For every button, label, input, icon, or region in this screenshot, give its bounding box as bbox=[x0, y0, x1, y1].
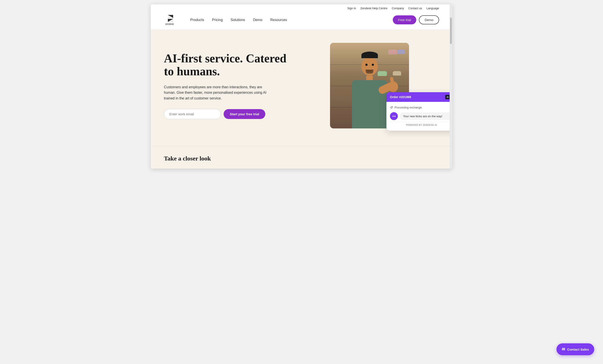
nav-ctas: Free trial Demo bbox=[393, 15, 439, 24]
person-hair bbox=[361, 52, 378, 58]
hero-form: Start your free trial bbox=[164, 109, 287, 119]
eye-left bbox=[365, 64, 368, 66]
nav-resources[interactable]: Resources bbox=[270, 18, 287, 22]
shoe-decoration-3 bbox=[393, 71, 401, 76]
utility-nav-language[interactable]: Language bbox=[426, 7, 439, 10]
utility-nav-signin[interactable]: Sign in bbox=[347, 7, 356, 10]
zendesk-logo-svg: zendesk bbox=[164, 14, 177, 26]
shoe-decoration-1 bbox=[388, 50, 397, 54]
utility-nav-contact[interactable]: Contact us bbox=[408, 7, 422, 10]
ai-label: AI bbox=[447, 96, 449, 98]
mail-icon: ✉ bbox=[562, 347, 565, 352]
main-nav: zendesk Products Pricing Solutions Demo … bbox=[151, 12, 452, 30]
chat-message-row: Your new kicks are on the way! bbox=[390, 112, 452, 120]
utility-nav: Sign in Zendesk Help Centre Company Cont… bbox=[151, 4, 452, 12]
utility-nav-company[interactable]: Company bbox=[392, 7, 404, 10]
processing-indicator: ↺ Processing exchange bbox=[390, 105, 452, 110]
chat-avatar bbox=[390, 112, 398, 120]
utility-nav-help[interactable]: Zendesk Help Centre bbox=[360, 7, 387, 10]
person-figure bbox=[352, 52, 387, 129]
bottom-teaser-section: Take a closer look bbox=[151, 146, 452, 169]
hero-subtitle: Customers and employees are more than in… bbox=[164, 84, 269, 101]
person-beard bbox=[366, 70, 373, 73]
chat-header: Order #201988 AI ✦ bbox=[386, 92, 452, 102]
person-head bbox=[361, 57, 378, 76]
email-input[interactable] bbox=[164, 109, 221, 119]
nav-products[interactable]: Products bbox=[190, 18, 204, 22]
nav-demo[interactable]: Demo bbox=[253, 18, 262, 22]
avatar-dots bbox=[393, 116, 395, 117]
nav-solutions[interactable]: Solutions bbox=[231, 18, 245, 22]
nav-pricing[interactable]: Pricing bbox=[212, 18, 223, 22]
eye-right bbox=[372, 64, 374, 66]
free-trial-button[interactable]: Free trial bbox=[393, 15, 416, 24]
scrollbar[interactable] bbox=[450, 4, 452, 169]
powered-by-label: POWERED BY ZENDESK AI bbox=[390, 122, 452, 127]
person-neck bbox=[366, 76, 373, 80]
svg-text:zendesk: zendesk bbox=[165, 23, 174, 25]
contact-sales-label: Contact Sales bbox=[567, 348, 589, 351]
shoe-decoration-2 bbox=[397, 50, 405, 54]
demo-button[interactable]: Demo bbox=[419, 15, 439, 24]
avatar-dot-2 bbox=[394, 116, 395, 117]
avatar-dot-1 bbox=[393, 116, 394, 117]
nav-links: Products Pricing Solutions Demo Resource… bbox=[190, 18, 393, 22]
bottom-teaser-text: Take a closer look bbox=[164, 155, 439, 162]
hero-left: AI-first service. Catered to humans. Cus… bbox=[164, 52, 287, 119]
logo[interactable]: zendesk bbox=[164, 14, 177, 26]
contact-sales-button[interactable]: ✉ Contact Sales bbox=[557, 343, 594, 355]
scroll-thumb[interactable] bbox=[450, 18, 452, 44]
chat-body: ↺ Processing exchange Your new kicks are… bbox=[386, 102, 452, 131]
hero-title: AI-first service. Catered to humans. bbox=[164, 52, 287, 78]
chat-overlay-card: Order #201988 AI ✦ ↺ Processing exchange bbox=[386, 92, 452, 131]
hero-section: AI-first service. Catered to humans. Cus… bbox=[151, 30, 452, 146]
start-trial-button[interactable]: Start your free trial bbox=[224, 109, 265, 119]
chat-bubble: Your new kicks are on the way! bbox=[400, 112, 452, 120]
person-body bbox=[352, 80, 387, 129]
order-number: Order #201988 bbox=[390, 95, 411, 99]
hero-right: Order #201988 AI ✦ ↺ Processing exchange bbox=[300, 43, 439, 129]
processing-label: Processing exchange bbox=[394, 106, 422, 109]
processing-icon: ↺ bbox=[390, 105, 393, 110]
